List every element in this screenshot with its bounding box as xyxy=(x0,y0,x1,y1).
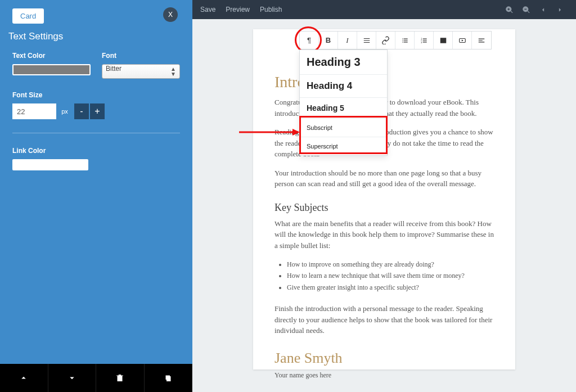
list-item[interactable]: How to improve on something they are alr… xyxy=(287,259,494,270)
image-icon xyxy=(439,37,447,44)
list-ol-icon: 123 xyxy=(420,37,428,44)
format-dropdown: Heading 3 Heading 4 Heading 5 Subscript … xyxy=(299,49,388,156)
font-size-input[interactable] xyxy=(12,103,56,119)
video-icon xyxy=(458,37,466,44)
font-select[interactable]: Bitter ▲▼ xyxy=(102,64,180,79)
dropdown-superscript[interactable]: Superscript xyxy=(300,137,387,155)
italic-button[interactable]: I xyxy=(338,31,357,49)
chevron-down-icon xyxy=(67,373,77,383)
image-button[interactable] xyxy=(434,31,453,49)
duplicate-button[interactable] xyxy=(145,364,193,392)
font-size-decrease-button[interactable]: - xyxy=(74,103,89,119)
bullet-list[interactable]: How to improve on something they are alr… xyxy=(274,259,494,293)
clear-icon xyxy=(478,37,485,44)
next-icon[interactable] xyxy=(551,6,568,13)
clear-format-button[interactable] xyxy=(472,31,491,49)
chevron-updown-icon: ▲▼ xyxy=(170,66,176,76)
trash-icon xyxy=(115,373,125,383)
sidebar: Card X Text Settings Text Color Font Bit… xyxy=(0,0,192,392)
align-icon xyxy=(363,37,371,44)
font-select-value: Bitter xyxy=(106,65,122,73)
bold-button[interactable]: B xyxy=(319,31,338,49)
list-item[interactable]: Give them greater insight into a specifi… xyxy=(287,282,494,293)
text-color-swatch[interactable] xyxy=(12,64,91,75)
number-list-button[interactable]: 123 xyxy=(415,31,434,49)
video-button[interactable] xyxy=(453,31,472,49)
bottom-bar xyxy=(0,364,192,392)
dropdown-heading-4[interactable]: Heading 4 xyxy=(300,75,387,98)
link-color-swatch[interactable] xyxy=(12,159,88,170)
card-button[interactable]: Card xyxy=(12,8,44,24)
signature-subtitle[interactable]: Your name goes here xyxy=(274,371,494,380)
preview-link[interactable]: Preview xyxy=(226,6,250,13)
list-item[interactable]: How to learn a new technique that will s… xyxy=(287,270,494,281)
paragraph[interactable]: Finish the introduction with a personal … xyxy=(274,303,494,336)
dropdown-heading-3[interactable]: Heading 3 xyxy=(300,50,387,75)
paragraph[interactable]: What are the main benefits that a reader… xyxy=(274,218,494,251)
font-size-increase-button[interactable]: + xyxy=(90,103,105,119)
dropdown-subscript[interactable]: Subscript xyxy=(300,119,387,137)
editor-toolbar: ¶ B I 123 xyxy=(299,31,492,49)
dropdown-heading-5[interactable]: Heading 5 xyxy=(300,98,387,119)
copy-icon xyxy=(163,373,173,383)
list-ul-icon xyxy=(401,37,409,44)
font-size-label: Font Size xyxy=(12,91,180,99)
link-color-label: Link Color xyxy=(12,147,180,155)
close-icon[interactable]: X xyxy=(163,7,178,22)
svg-text:3: 3 xyxy=(421,41,422,43)
move-down-button[interactable] xyxy=(48,364,97,392)
font-label: Font xyxy=(102,52,180,60)
align-button[interactable] xyxy=(357,31,376,49)
chevron-up-icon xyxy=(19,373,29,383)
move-up-button[interactable] xyxy=(0,364,48,392)
zoom-out-icon[interactable] xyxy=(518,6,534,14)
save-link[interactable]: Save xyxy=(200,6,215,13)
panel-title: Text Settings xyxy=(8,31,63,42)
paragraph[interactable]: Your introduction should be no more than… xyxy=(274,168,494,190)
text-color-label: Text Color xyxy=(12,52,91,60)
link-button[interactable] xyxy=(376,31,395,49)
bullet-list-button[interactable] xyxy=(395,31,415,49)
paragraph-format-button[interactable]: ¶ xyxy=(300,31,319,49)
zoom-in-icon[interactable] xyxy=(501,6,518,14)
publish-link[interactable]: Publish xyxy=(260,6,282,13)
delete-button[interactable] xyxy=(96,364,145,392)
font-size-unit: px xyxy=(56,103,73,119)
key-subjects-heading[interactable]: Key Subjects xyxy=(274,202,494,214)
signature[interactable]: Jane Smyth xyxy=(274,350,494,367)
link-icon xyxy=(381,36,390,44)
prev-icon[interactable] xyxy=(534,6,551,13)
top-bar: Save Preview Publish xyxy=(192,0,576,19)
